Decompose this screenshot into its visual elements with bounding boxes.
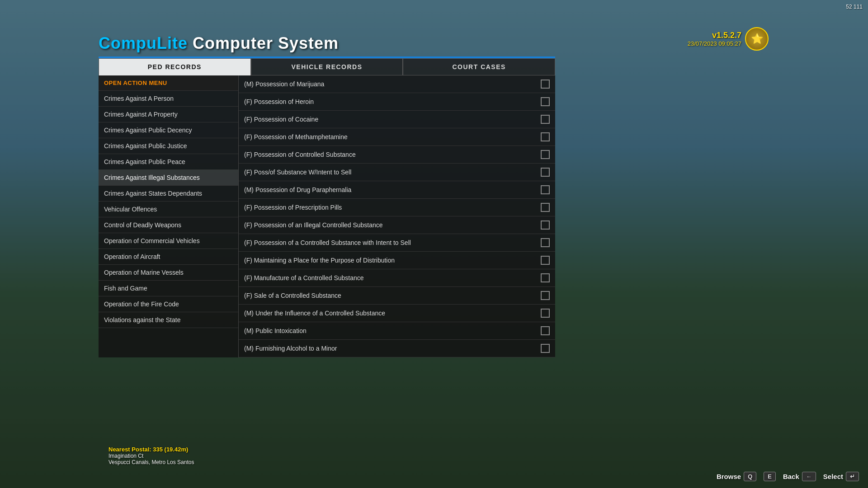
charge-label-9: (F) Possession of an Illegal Controlled … xyxy=(244,221,541,229)
charge-row-11[interactable]: (F) Maintaining a Place for the Purpose … xyxy=(239,252,555,269)
charge-row-13[interactable]: (F) Sale of a Controlled Substance xyxy=(239,287,555,305)
charge-row-12[interactable]: (F) Manufacture of a Controlled Substanc… xyxy=(239,269,555,287)
charge-row-2[interactable]: (F) Possession of Heroin xyxy=(239,93,555,111)
charge-checkbox-9[interactable] xyxy=(541,221,550,230)
back-control: Back ← xyxy=(783,472,816,481)
categories-list: OPEN ACTION MENU Crimes Against A Person… xyxy=(99,75,239,357)
charge-label-2: (F) Possession of Heroin xyxy=(244,98,541,105)
category-operation-of-fire-code[interactable]: Operation of the Fire Code xyxy=(99,296,238,312)
app-title: CompuLite Computer System xyxy=(99,34,555,53)
back-key: ← xyxy=(802,472,816,481)
title-bar: CompuLite Computer System xyxy=(99,34,555,53)
charge-label-6: (F) Poss/of Substance W/Intent to Sell xyxy=(244,169,541,176)
charge-checkbox-13[interactable] xyxy=(541,291,550,300)
charge-checkbox-7[interactable] xyxy=(541,185,550,194)
charge-checkbox-11[interactable] xyxy=(541,256,550,265)
category-crimes-against-states-dependants[interactable]: Crimes Against States Dependants xyxy=(99,186,238,202)
select-key: ↵ xyxy=(846,472,859,481)
charge-row-6[interactable]: (F) Poss/of Substance W/Intent to Sell xyxy=(239,164,555,181)
charge-label-14: (M) Under the Influence of a Controlled … xyxy=(244,310,541,317)
tab-ped-records[interactable]: PED RECORDS xyxy=(99,58,251,75)
charge-label-10: (F) Possession of a Controlled Substance… xyxy=(244,239,541,246)
version-badge: v1.5.2.7 23/07/2023 09:05:27 ⭐ xyxy=(688,27,769,51)
charge-label-13: (F) Sale of a Controlled Substance xyxy=(244,292,541,299)
category-fish-and-game[interactable]: Fish and Game xyxy=(99,281,238,296)
ui-container: CompuLite Computer System PED RECORDS VE… xyxy=(99,34,555,357)
charge-label-15: (M) Public Intoxication xyxy=(244,327,541,334)
charge-checkbox-10[interactable] xyxy=(541,238,550,247)
charges-list: (M) Possession of Marijuana (F) Possessi… xyxy=(239,75,555,357)
e-key: E xyxy=(764,472,776,481)
browse-control: Browse Q xyxy=(717,472,756,481)
category-crimes-against-public-justice[interactable]: Crimes Against Public Justice xyxy=(99,138,238,154)
category-crimes-against-illegal-substances[interactable]: Crimes Against Illegal Substances xyxy=(99,170,238,186)
charge-checkbox-16[interactable] xyxy=(541,344,550,353)
category-crimes-against-person[interactable]: Crimes Against A Person xyxy=(99,91,238,107)
charge-row-7[interactable]: (M) Possession of Drug Paraphernalia xyxy=(239,181,555,199)
e-control: E xyxy=(764,472,776,481)
charge-row-4[interactable]: (F) Possession of Methamphetamine xyxy=(239,128,555,146)
postal-label: Nearest Postal: 335 (19.42m) xyxy=(108,446,194,453)
charge-label-3: (F) Possession of Cocaine xyxy=(244,116,541,123)
category-operation-of-aircraft[interactable]: Operation of Aircraft xyxy=(99,249,238,265)
charge-row-8[interactable]: (F) Possession of Prescription Pills xyxy=(239,199,555,216)
tab-vehicle-records[interactable]: VEHICLE RECORDS xyxy=(251,58,403,75)
category-vehicular-offences[interactable]: Vehicular Offences xyxy=(99,202,238,217)
charge-row-5[interactable]: (F) Possession of Controlled Substance xyxy=(239,146,555,164)
category-operation-of-commercial-vehicles[interactable]: Operation of Commercial Vehicles xyxy=(99,233,238,249)
charge-label-4: (F) Possession of Methamphetamine xyxy=(244,133,541,141)
charge-label-1: (M) Possession of Marijuana xyxy=(244,80,541,88)
charge-checkbox-8[interactable] xyxy=(541,203,550,212)
charge-label-7: (M) Possession of Drug Paraphernalia xyxy=(244,186,541,193)
charge-checkbox-6[interactable] xyxy=(541,168,550,177)
category-crimes-against-property[interactable]: Crimes Against A Property xyxy=(99,107,238,122)
charge-label-8: (F) Possession of Prescription Pills xyxy=(244,204,541,211)
charge-row-15[interactable]: (M) Public Intoxication xyxy=(239,322,555,340)
charge-checkbox-15[interactable] xyxy=(541,326,550,335)
charge-row-16[interactable]: (M) Furnishing Alcohol to a Minor xyxy=(239,340,555,357)
category-control-of-deadly-weapons[interactable]: Control of Deadly Weapons xyxy=(99,217,238,233)
charge-checkbox-1[interactable] xyxy=(541,80,550,89)
charge-checkbox-4[interactable] xyxy=(541,132,550,141)
charge-row-1[interactable]: (M) Possession of Marijuana xyxy=(239,75,555,93)
charge-row-10[interactable]: (F) Possession of a Controlled Substance… xyxy=(239,234,555,252)
bottom-bar: Browse Q E Back ← Select ↵ xyxy=(717,472,859,481)
version-number: v1.5.2.7 xyxy=(688,31,741,40)
tab-court-cases[interactable]: COURT CASES xyxy=(403,58,555,75)
charge-row-14[interactable]: (M) Under the Influence of a Controlled … xyxy=(239,305,555,322)
charge-row-3[interactable]: (F) Possession of Cocaine xyxy=(239,111,555,128)
charge-checkbox-3[interactable] xyxy=(541,115,550,124)
main-panel: OPEN ACTION MENU Crimes Against A Person… xyxy=(99,75,555,357)
category-crimes-against-public-decency[interactable]: Crimes Against Public Decency xyxy=(99,122,238,138)
browse-key: Q xyxy=(744,472,756,481)
charge-label-11: (F) Maintaining a Place for the Purpose … xyxy=(244,257,541,264)
charge-checkbox-14[interactable] xyxy=(541,309,550,318)
charge-row-9[interactable]: (F) Possession of an Illegal Controlled … xyxy=(239,216,555,234)
select-control[interactable]: Select ↵ xyxy=(823,472,859,481)
category-crimes-against-public-peace[interactable]: Crimes Against Public Peace xyxy=(99,154,238,170)
charge-label-5: (F) Possession of Controlled Substance xyxy=(244,151,541,158)
title-rest: Computer System xyxy=(188,34,339,52)
postal-info: Nearest Postal: 335 (19.42m) Imagination… xyxy=(108,446,194,465)
category-operation-of-marine-vessels[interactable]: Operation of Marine Vessels xyxy=(99,265,238,281)
back-label: Back xyxy=(783,473,799,480)
select-label: Select xyxy=(823,473,843,480)
charge-label-16: (M) Furnishing Alcohol to a Minor xyxy=(244,345,541,352)
badge-icon: ⭐ xyxy=(745,27,769,51)
browse-label: Browse xyxy=(717,473,741,480)
version-date: 23/07/2023 09:05:27 xyxy=(688,40,741,47)
category-open-action-menu[interactable]: OPEN ACTION MENU xyxy=(99,75,238,91)
charge-checkbox-5[interactable] xyxy=(541,150,550,159)
charge-checkbox-12[interactable] xyxy=(541,273,550,282)
charge-label-12: (F) Manufacture of a Controlled Substanc… xyxy=(244,274,541,282)
category-violations-against-state[interactable]: Violations against the State xyxy=(99,312,238,328)
title-brand: CompuLite xyxy=(99,34,188,52)
postal-sublocation: Vespucci Canals, Metro Los Santos xyxy=(108,459,194,465)
fps-counter: 52 111 xyxy=(846,4,863,10)
charge-checkbox-2[interactable] xyxy=(541,97,550,106)
postal-location: Imagination Ct xyxy=(108,453,194,459)
tabs-container: PED RECORDS VEHICLE RECORDS COURT CASES xyxy=(99,58,555,75)
